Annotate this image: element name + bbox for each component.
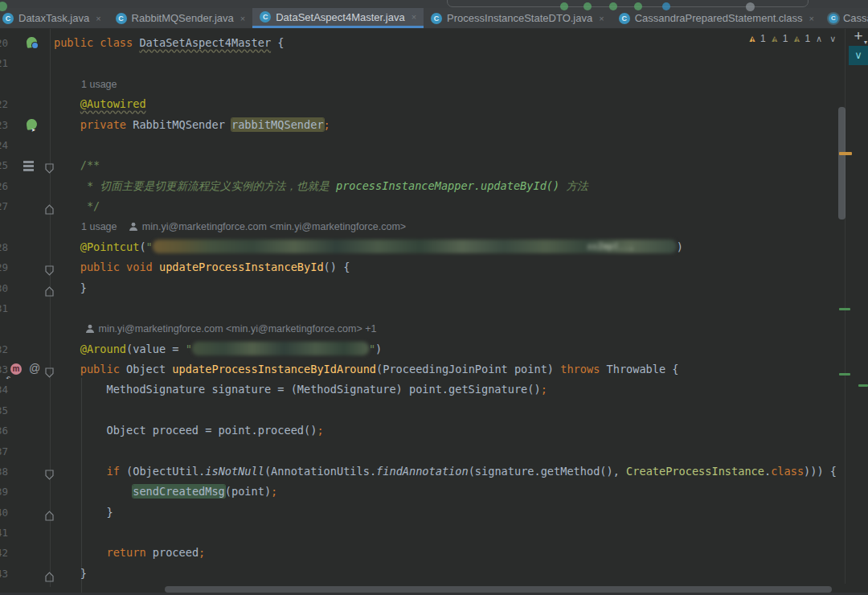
usages-inlay-hint[interactable]: 1 usage: [81, 79, 117, 90]
error-stripe-vcs-mark[interactable]: [839, 373, 850, 375]
code-line-43[interactable]: 43 }: [0, 564, 868, 584]
line-number: 20: [0, 33, 8, 53]
fold-start-icon[interactable]: [45, 262, 58, 275]
tab-close-icon[interactable]: ×: [411, 12, 416, 22]
code-text: .: [764, 465, 771, 478]
tab-close-icon[interactable]: ×: [599, 14, 604, 23]
code-line-28[interactable]: 28 @Pointcut("ssImpl..,): [0, 237, 868, 257]
toolbar-icon-remnant: [609, 2, 617, 10]
code-line-22[interactable]: 22 @Autowired: [0, 94, 868, 114]
code-line-26[interactable]: 26 * 切面主要是切更新流程定义实例的方法，也就是 processInstan…: [0, 176, 868, 196]
code-line-30[interactable]: 30 }: [0, 278, 868, 298]
tab-rabbitmqsender-java[interactable]: CRabbitMQSender.java×: [108, 8, 253, 28]
code-line-27[interactable]: 27 */: [0, 196, 868, 216]
horizontal-scrollbar-thumb[interactable]: [165, 586, 832, 593]
fold-end-icon[interactable]: [45, 507, 58, 520]
code-text: public class: [54, 36, 139, 49]
code-line-29[interactable]: 29 public void updateProcessInstanceById…: [0, 257, 868, 277]
line-number: 26: [0, 176, 8, 196]
method-m-icon[interactable]: m↶: [9, 363, 22, 375]
code-line-35[interactable]: 35: [0, 400, 868, 421]
fold-start-icon[interactable]: [45, 160, 58, 173]
code-line-38[interactable]: 38 if (ObjectUtil.isNotNull(AnnotationUt…: [0, 462, 868, 482]
error-stripe-vcs-mark[interactable]: [839, 308, 850, 310]
inlay-line[interactable]: 1 usage min.yi@marketingforce.com <min.y…: [0, 216, 868, 236]
code-line-32[interactable]: 32 @Around(value = ""): [0, 339, 868, 359]
code-line-40[interactable]: 40 }: [0, 503, 868, 523]
code-line-25[interactable]: 25 /**: [0, 155, 868, 175]
code-text: [54, 118, 80, 131]
code-text: [54, 485, 133, 498]
next-problem-icon[interactable]: ∨: [828, 34, 837, 44]
panel-chevron-button[interactable]: ∨: [849, 46, 868, 65]
spring-autowired-icon[interactable]: ➤: [27, 118, 39, 131]
warning-triangle-icon: ▲!: [770, 34, 781, 44]
tab-label: DataSetAspect4Master.java: [276, 11, 404, 23]
code-text: [54, 343, 80, 355]
code-line-37[interactable]: 37: [0, 441, 868, 462]
vertical-scrollbar-thumb[interactable]: [838, 107, 845, 220]
code-line-31[interactable]: 31: [0, 298, 868, 318]
toolbar-icon-remnant: [583, 2, 592, 10]
code-text: public void: [80, 261, 159, 273]
code-text: MethodSignature signature = (MethodSigna…: [54, 383, 541, 396]
tab-close-icon[interactable]: ×: [240, 14, 245, 23]
fold-end-icon[interactable]: [45, 568, 58, 581]
fold-end-icon[interactable]: [45, 201, 58, 214]
tab-cassandrapreparedstatement-class[interactable]: CCassandraPreparedStatement.class×: [612, 8, 821, 28]
inlay-line[interactable]: 1 usage: [0, 74, 868, 94]
line-number: 34: [0, 380, 8, 400]
tab-cassandrabases[interactable]: CCassandraBaseS: [821, 8, 868, 28]
code-text: (signature.getMethod(),: [469, 465, 626, 478]
code-line-20[interactable]: 20public class DataSetAspect4Master {: [0, 33, 868, 53]
code-line-33[interactable]: 33m↶@ public Object updateProcessInstanc…: [0, 359, 868, 380]
code-line-23[interactable]: 23➤ private RabbitMQSender rabbitMQSende…: [0, 115, 868, 135]
ide-window: CDataxTask.java×CRabbitMQSender.java×CDa…: [0, 0, 868, 595]
fold-start-icon[interactable]: [45, 364, 58, 377]
author-inlay-hint[interactable]: min.yi@marketingforce.com <min.yi@market…: [139, 221, 406, 232]
inlay-line[interactable]: min.yi@marketingforce.com <min.yi@market…: [0, 318, 868, 339]
code-line-21[interactable]: 21: [0, 53, 868, 73]
line-number: 40: [0, 503, 8, 523]
author-inlay-hint[interactable]: min.yi@marketingforce.com <min.yi@market…: [96, 323, 376, 334]
code-text: (ObjectUtil.: [126, 465, 205, 478]
code-text: processInstanceMapper.updateById(): [336, 179, 559, 192]
tab-label: CassandraBaseS: [843, 12, 868, 24]
line-number: 23: [0, 115, 8, 135]
line-number: 31: [0, 298, 8, 318]
tab-datasetaspect4master-java[interactable]: CDataSetAspect4Master.java×: [252, 8, 424, 28]
sort-lines-icon: [23, 161, 36, 174]
prev-problem-icon[interactable]: ∧: [814, 34, 824, 44]
code-text: Throwable {: [607, 363, 679, 375]
warning-indicator: ▲!1: [747, 33, 766, 44]
error-stripe-vcs-mark[interactable]: [858, 384, 868, 387]
tab-dataxtask-java[interactable]: CDataxTask.java×: [0, 8, 108, 28]
inspections-widget[interactable]: ▲!1▲!1▲!1 ∧ ∨: [747, 31, 837, 47]
line-number: 41: [0, 523, 8, 543]
code-text: (: [139, 240, 145, 253]
toolbar-icon-remnant: [560, 2, 568, 10]
error-stripe-warning-mark[interactable]: [839, 152, 852, 155]
code-line-34[interactable]: 34 MethodSignature signature = (MethodSi…: [0, 380, 868, 400]
usages-inlay-hint[interactable]: 1 usage: [81, 221, 117, 232]
line-number: 39: [0, 482, 8, 502]
code-line-41[interactable]: 41: [0, 523, 868, 543]
code-text: ": [146, 240, 153, 253]
code-line-36[interactable]: 36 Object proceed = point.proceed();: [0, 421, 868, 441]
tab-label: ProcessInstanceStateDTO.java: [447, 12, 592, 24]
tab-processinstancestatedto-java[interactable]: CProcessInstanceStateDTO.java×: [424, 8, 612, 28]
code-editor[interactable]: 20public class DataSetAspect4Master {211…: [0, 29, 868, 595]
fold-end-icon[interactable]: [45, 283, 58, 296]
plus-button[interactable]: +▾: [849, 27, 868, 45]
code-text: CreateProcessInstance: [626, 465, 764, 478]
code-text: (point): [225, 485, 271, 498]
code-line-42[interactable]: 42 return proceed;: [0, 543, 868, 563]
code-text: }: [54, 281, 87, 294]
line-number: 27: [0, 196, 8, 216]
fold-start-icon[interactable]: [45, 466, 58, 479]
tab-close-icon[interactable]: ×: [809, 14, 813, 23]
tab-close-icon[interactable]: ×: [96, 14, 100, 23]
code-line-24[interactable]: 24: [0, 135, 868, 155]
code-line-39[interactable]: 39 sendCreatedMsg(point);: [0, 482, 868, 502]
spring-bean-icon[interactable]: [27, 36, 39, 49]
